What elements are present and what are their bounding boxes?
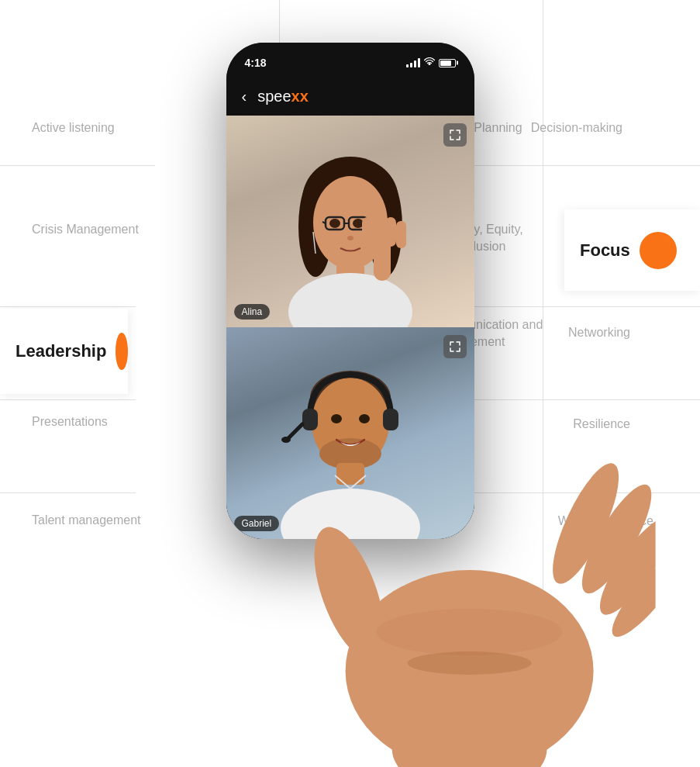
svg-point-25	[359, 414, 370, 423]
gabriel-name-badge: Gabriel	[234, 516, 280, 531]
svg-point-40	[407, 651, 531, 675]
leadership-card: Leadership	[0, 309, 128, 394]
svg-rect-18	[396, 221, 406, 248]
skill-talent-management: Talent management	[32, 512, 141, 529]
svg-line-28	[288, 424, 302, 438]
skill-active-listening: Active listening	[32, 121, 115, 135]
video-area: Alina	[226, 116, 474, 539]
svg-point-33	[299, 518, 398, 668]
app-title-prefix: spee	[257, 88, 291, 105]
scene: Active listening Crisis Management Prese…	[0, 0, 700, 767]
status-icons	[406, 57, 456, 68]
expand-gabriel-button[interactable]	[443, 335, 467, 358]
video-alina: Alina	[226, 116, 474, 327]
svg-rect-27	[383, 409, 398, 430]
battery-fill	[440, 60, 451, 66]
alina-name-badge: Alina	[234, 304, 271, 320]
divider	[543, 165, 543, 755]
app-title-suffix: xx	[291, 88, 309, 105]
leadership-toggle[interactable]	[116, 333, 128, 370]
svg-point-9	[329, 219, 340, 228]
skill-crisis-management: Crisis Management	[32, 221, 139, 238]
divider	[0, 165, 155, 166]
expand-alina-button[interactable]	[443, 123, 467, 147]
divider	[0, 306, 136, 307]
gabriel-figure	[273, 353, 428, 539]
status-bar: 4:18	[226, 43, 474, 77]
svg-rect-26	[302, 409, 318, 430]
skill-decision-making: Decision-making	[531, 121, 622, 135]
expand-icon	[450, 341, 460, 352]
skill-work-life-balance: Work-life balance	[558, 514, 653, 528]
svg-rect-17	[385, 217, 396, 247]
svg-point-13	[288, 273, 412, 327]
svg-rect-15	[362, 217, 373, 248]
back-button[interactable]: ‹	[242, 88, 247, 105]
svg-point-29	[281, 437, 291, 443]
svg-point-31	[281, 489, 420, 539]
svg-point-37	[603, 550, 656, 645]
svg-point-24	[331, 414, 342, 423]
focus-toggle[interactable]	[640, 232, 677, 269]
portrait-gabriel	[226, 327, 474, 539]
app-header: ‹ speexx	[226, 77, 474, 116]
skill-resilience: Resilience	[573, 417, 630, 431]
expand-icon	[450, 130, 460, 140]
app-title: speexx	[257, 88, 309, 105]
svg-rect-16	[374, 213, 384, 243]
svg-point-39	[391, 702, 547, 767]
svg-point-10	[353, 219, 364, 228]
divider	[0, 399, 136, 400]
svg-rect-30	[336, 463, 364, 485]
divider	[543, 0, 543, 165]
skill-presentations: Presentations	[32, 415, 108, 429]
signal-icon	[406, 58, 420, 67]
svg-point-35	[570, 476, 655, 602]
phone-mockup: 4:18	[226, 43, 474, 539]
svg-point-32	[345, 570, 593, 767]
wifi-icon	[424, 57, 435, 68]
video-gabriel: Gabriel	[226, 327, 474, 539]
svg-point-11	[347, 236, 353, 240]
svg-point-38	[376, 609, 562, 655]
focus-label: Focus	[580, 240, 630, 261]
alina-figure	[273, 149, 428, 327]
divider	[0, 492, 136, 493]
phone-container: 4:18	[226, 43, 474, 539]
skill-networking: Networking	[568, 326, 630, 340]
battery-icon	[439, 59, 456, 67]
status-time: 4:18	[245, 57, 267, 69]
focus-card: Focus	[564, 209, 700, 291]
leadership-label: Leadership	[16, 341, 106, 361]
portrait-alina	[226, 116, 474, 327]
